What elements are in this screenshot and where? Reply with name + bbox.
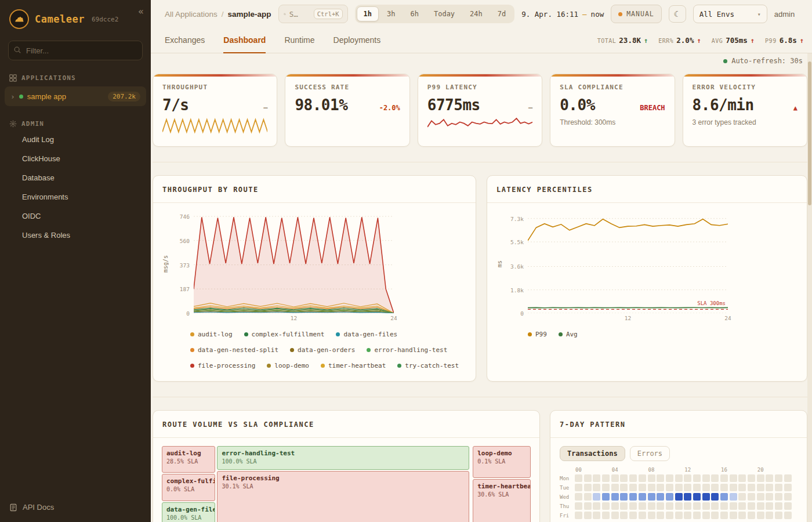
heatmap-cell bbox=[748, 502, 755, 510]
heatmap-cell bbox=[666, 512, 673, 519]
sidebar-item-environments[interactable]: Environments bbox=[0, 187, 151, 206]
date-range-start[interactable]: 9. Apr. 16:11 bbox=[521, 10, 578, 19]
api-docs-link[interactable]: API Docs bbox=[0, 492, 151, 522]
heatmap-cell bbox=[575, 474, 582, 482]
legend-item-try-catch-test[interactable]: try-catch-test bbox=[397, 362, 459, 369]
kpi-subtitle: Threshold: 300ms bbox=[560, 118, 665, 126]
treemap-cell-sla: 100.0% SLA bbox=[166, 514, 211, 521]
arrow-up-icon: ↑ bbox=[697, 37, 701, 45]
heatmap-cell bbox=[575, 493, 582, 501]
time-range-today[interactable]: Today bbox=[427, 6, 462, 21]
heatmap-cell bbox=[657, 474, 664, 482]
app-status-dot bbox=[19, 95, 23, 99]
heatmap-cell bbox=[730, 493, 737, 501]
breadcrumb-current: sample-app bbox=[228, 10, 271, 19]
heatmap-cell bbox=[639, 493, 646, 501]
kpi-title: SUCCESS RATE bbox=[295, 84, 400, 91]
stat-label: ERR% bbox=[658, 38, 673, 44]
dark-mode-toggle[interactable]: ☾ bbox=[669, 5, 686, 23]
heatmap-cell bbox=[766, 512, 773, 519]
heatmap-cell bbox=[639, 502, 646, 510]
sidebar-item-audit-log[interactable]: Audit Log bbox=[0, 130, 151, 149]
heatmap-cell bbox=[766, 484, 773, 491]
app-item-label: sample app bbox=[27, 92, 104, 101]
sidebar-item-oidc[interactable]: OIDC bbox=[0, 206, 151, 226]
sidebar-item-clickhouse[interactable]: ClickHouse bbox=[0, 149, 151, 168]
legend-item-data-gen-files[interactable]: data-gen-files bbox=[336, 331, 397, 338]
time-range-3h[interactable]: 3h bbox=[380, 6, 402, 21]
time-range-6h[interactable]: 6h bbox=[404, 6, 426, 21]
treemap-cell-error-handling-test[interactable]: error-handling-test100.0% SLA bbox=[217, 446, 469, 470]
env-select[interactable]: All Envs ▾ bbox=[693, 5, 767, 23]
hour-label: 20 bbox=[757, 467, 764, 473]
legend-item-audit-log[interactable]: audit-log bbox=[190, 331, 233, 338]
sidebar-item-users-roles[interactable]: Users & Roles bbox=[0, 226, 151, 245]
sidebar-filter-input[interactable] bbox=[8, 41, 143, 60]
app-count-badge: 207.2k bbox=[108, 92, 140, 102]
legend-item-complex-fulfillment[interactable]: complex-fulfillment bbox=[244, 331, 325, 338]
heatmap-cell bbox=[602, 474, 610, 482]
kpi-accent-bar bbox=[683, 74, 807, 77]
heatmap-cell bbox=[757, 502, 764, 510]
stat-value: 6.8s bbox=[780, 36, 797, 45]
heatmap-cell bbox=[693, 502, 701, 510]
heatmap-cell bbox=[775, 484, 782, 491]
legend-item-data-gen-orders[interactable]: data-gen-orders bbox=[290, 346, 355, 354]
legend-item-avg[interactable]: Avg bbox=[559, 331, 578, 338]
treemap-cell-data-gen-files[interactable]: data-gen-files100.0% SLA bbox=[162, 502, 215, 522]
user-menu[interactable]: admin bbox=[774, 10, 795, 19]
date-range-end[interactable]: now bbox=[591, 10, 604, 19]
treemap-cell-file-processing[interactable]: file-processing30.1% SLA bbox=[217, 471, 469, 522]
date-range[interactable]: 9. Apr. 16:11 — now bbox=[521, 10, 604, 19]
legend-item-data-gen-nested-split[interactable]: data-gen-nested-split bbox=[190, 346, 278, 354]
tab-list: ExchangesDashboardRuntimeDeployments bbox=[165, 28, 380, 53]
manual-refresh-button[interactable]: MANUAL bbox=[611, 5, 662, 23]
tab-exchanges[interactable]: Exchanges bbox=[165, 28, 205, 53]
heatmap-cell bbox=[584, 493, 592, 501]
tab-runtime[interactable]: Runtime bbox=[284, 28, 314, 53]
legend-item-p99[interactable]: P99 bbox=[528, 331, 547, 338]
auto-refresh-label: Auto-refresh: 30s bbox=[731, 57, 803, 65]
scrollbar-thumb[interactable] bbox=[808, 61, 811, 205]
heatmap-cell bbox=[639, 512, 646, 519]
breadcrumb-all-applications[interactable]: All Applications bbox=[165, 10, 217, 19]
legend-label: try-catch-test bbox=[405, 362, 459, 369]
y-tick: 7.3k bbox=[510, 216, 524, 222]
legend-label: data-gen-files bbox=[343, 331, 397, 338]
time-range-7d[interactable]: 7d bbox=[491, 6, 513, 21]
toggle-transactions[interactable]: Transactions bbox=[560, 446, 625, 461]
section-divider bbox=[153, 397, 807, 397]
auto-refresh-indicator: Auto-refresh: 30s bbox=[153, 53, 807, 68]
time-range-24h[interactable]: 24h bbox=[463, 6, 490, 21]
sidebar-item-sample-app[interactable]: › sample app 207.2k bbox=[5, 86, 146, 106]
topbar: All Applications / sample-app Ctrl+K 1h3… bbox=[151, 0, 812, 28]
legend-item-loop-demo[interactable]: loop-demo bbox=[267, 362, 309, 369]
legend-item-timer-heartbeat[interactable]: timer-heartbeat bbox=[321, 362, 386, 369]
trend-up-icon: ▲ bbox=[793, 104, 798, 112]
tab-dashboard[interactable]: Dashboard bbox=[223, 28, 266, 53]
legend-item-file-processing[interactable]: file-processing bbox=[190, 362, 255, 369]
kpi-accent-bar bbox=[550, 74, 674, 77]
manual-label: MANUAL bbox=[626, 10, 654, 18]
x-axis-ticks: 1224 bbox=[528, 315, 728, 323]
global-search[interactable]: Ctrl+K bbox=[278, 5, 348, 23]
admin-section-label: ADMIN bbox=[21, 120, 44, 128]
treemap-cell-timer-heartbeat[interactable]: timer-heartbeat30.6% SLA bbox=[473, 479, 531, 522]
heatmap-cell bbox=[593, 512, 600, 519]
treemap-cell-loop-demo[interactable]: loop-demo0.1% SLA bbox=[473, 446, 531, 478]
tab-deployments[interactable]: Deployments bbox=[334, 28, 381, 53]
vertical-scrollbar bbox=[807, 53, 812, 522]
heatmap-cell bbox=[775, 512, 782, 519]
treemap-cell-sla: 30.1% SLA bbox=[222, 483, 464, 490]
treemap-cell-sla: 28.5% SLA bbox=[166, 458, 211, 465]
time-range-1h[interactable]: 1h bbox=[357, 6, 379, 21]
sidebar-collapse-button[interactable]: « bbox=[138, 6, 144, 17]
sidebar-item-database[interactable]: Database bbox=[0, 168, 151, 187]
apps-grid-icon bbox=[9, 74, 17, 82]
treemap-cell-complex-fulfil-[interactable]: complex-fulfil...0.0% SLA bbox=[162, 474, 215, 501]
heatmap-cell bbox=[738, 502, 746, 510]
treemap-cell-audit-log[interactable]: audit-log28.5% SLA bbox=[162, 446, 215, 473]
legend-item-error-handling-test[interactable]: error-handling-test bbox=[367, 346, 447, 354]
search-input[interactable] bbox=[289, 10, 310, 19]
toggle-errors[interactable]: Errors bbox=[630, 446, 670, 461]
